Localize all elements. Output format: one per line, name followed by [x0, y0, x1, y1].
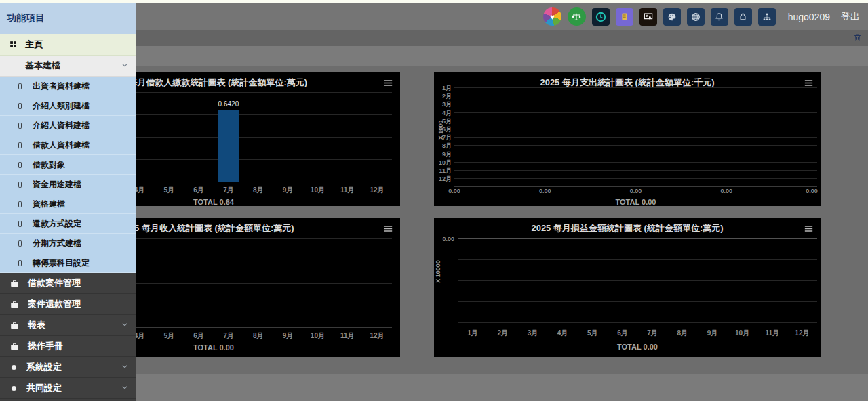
trash-icon[interactable] [852, 33, 863, 43]
sidebar-sub-item[interactable]: 介紹人類別建檔 [0, 96, 136, 116]
clock-icon[interactable] [592, 8, 610, 26]
sidebar-group-basic-setup[interactable]: 基本建檔 [0, 56, 136, 77]
axis-month-label: 7月 [214, 186, 243, 195]
axis-scale-label: X 10000 [435, 245, 441, 299]
axis-month-label: 8月 [243, 331, 273, 341]
axis-month-label: 11月 [757, 329, 787, 338]
sidebar-sub-item-label: 介紹人類別建檔 [33, 100, 90, 112]
logout-button[interactable]: 登出 [841, 11, 860, 23]
document-outline-icon [16, 161, 24, 169]
axis-month-label: 12月 [434, 175, 452, 184]
sidebar-title: 功能項目 [0, 3, 136, 34]
axis-month-label: 2月 [488, 329, 517, 338]
axis-month-label: 10月 [303, 331, 333, 341]
gridline [454, 121, 817, 121]
sidebar-item[interactable]: 報表 [0, 315, 136, 336]
axis-month-label: 1月 [434, 84, 452, 93]
sidebar-sub-item-label: 資金用途建檔 [33, 179, 81, 190]
gridline [454, 96, 817, 96]
sitemap-icon[interactable] [758, 8, 776, 26]
gridline [454, 129, 817, 129]
document-outline-icon [16, 220, 24, 228]
scales-balance-icon[interactable] [568, 7, 586, 26]
axis-scale-label: X 1000 [437, 103, 444, 157]
axis-month-label: 1月 [458, 329, 488, 338]
circle-icon [9, 363, 18, 372]
axis-tick-label: 0.00 [437, 236, 454, 242]
axis-month-label: 10月 [434, 159, 452, 167]
grid-icon [9, 40, 18, 49]
chevron-down-icon [120, 320, 130, 331]
sidebar-menu: 功能項目 主頁 基本建檔 出資者資料建檔介紹人類別建檔介紹人資料建檔借款人資料建… [0, 3, 136, 401]
sidebar-home-label: 主頁 [25, 39, 43, 51]
chevron-down-icon [120, 60, 130, 72]
sidebar-sub-items: 出資者資料建檔介紹人類別建檔介紹人資料建檔借款人資料建檔借款對象資金用途建檔資格… [0, 77, 136, 273]
sidebar-sub-item[interactable]: 分期方式建檔 [0, 234, 136, 253]
axis-month-label: 8月 [667, 329, 697, 338]
axis-month-label: 9月 [273, 186, 303, 195]
gridline [454, 154, 817, 154]
axis-month-label: 2月 [434, 92, 452, 101]
gridline [454, 170, 817, 171]
axis-month-label: 3月 [517, 329, 547, 338]
axis-month-label: 6月 [184, 186, 214, 195]
chart-menu-icon[interactable] [382, 223, 394, 234]
gridline [458, 259, 817, 260]
gridline [454, 137, 817, 138]
axis-month-label: 4月 [548, 329, 578, 338]
presentation-board-icon[interactable] [639, 8, 657, 26]
username-menu[interactable]: hugo0209 [788, 12, 830, 22]
sidebar-sub-item[interactable]: 資金用途建檔 [0, 175, 136, 194]
zero-line [458, 238, 817, 239]
briefcase-icon [9, 299, 20, 310]
globe-icon[interactable] [687, 8, 705, 26]
gridline [454, 104, 817, 104]
sidebar-sub-item[interactable]: 介紹人資料建檔 [0, 116, 136, 135]
briefcase-icon [9, 341, 20, 352]
gridline [454, 145, 817, 146]
chart-total-label: TOTAL 0.00 [458, 343, 817, 351]
sidebar-item[interactable]: 系統設定 [0, 357, 136, 378]
sidebar-sub-item[interactable]: 還款方式設定 [0, 214, 136, 234]
sidebar-item[interactable]: 共同設定 [0, 378, 136, 399]
axis-month-label: 9月 [273, 331, 303, 341]
bar-value-label: 0.6420 [208, 100, 249, 108]
axis-month-label: 11月 [332, 331, 362, 341]
document-outline-icon [16, 240, 24, 247]
sidebar-item-label: 操作手冊 [28, 340, 63, 352]
palette-icon[interactable] [663, 8, 681, 26]
axis-month-label: 10月 [303, 186, 333, 195]
sidebar-item[interactable]: 案件還款管理 [0, 294, 136, 315]
gridline [454, 87, 817, 88]
sidebar-sub-item-label: 借款人資料建檔 [33, 140, 90, 151]
axis-tick-label: 0.00 [798, 188, 821, 194]
chart-menu-icon[interactable] [803, 223, 814, 234]
sidebar-sub-item[interactable]: 出資者資料建檔 [0, 77, 136, 96]
sidebar-item[interactable]: 操作手冊 [0, 336, 136, 357]
sidebar-item-home[interactable]: 主頁 [0, 34, 136, 56]
axis-month-label: 5月 [154, 186, 184, 195]
chart-menu-icon[interactable] [382, 77, 394, 89]
circle-icon [9, 384, 18, 393]
sidebar-sub-item-label: 轉傳票科目設定 [33, 257, 90, 269]
sidebar-sub-item[interactable]: 資格建檔 [0, 194, 136, 214]
app-logo-colorful-icon[interactable]: ♥ [543, 7, 561, 26]
scroll-document-icon[interactable] [616, 8, 633, 26]
sidebar-item[interactable]: 借款案件管理 [0, 273, 136, 294]
sidebar-sub-item-label: 分期方式建檔 [33, 238, 81, 249]
lock-icon[interactable] [734, 8, 752, 26]
gridline [458, 301, 817, 302]
sidebar-sub-item[interactable]: 借款對象 [0, 155, 136, 175]
sidebar-sub-item[interactable]: 借款人資料建檔 [0, 135, 136, 155]
bar-7月[interactable] [218, 110, 239, 182]
axis-month-label: 7月 [637, 329, 667, 338]
axis-month-label: 5月 [154, 331, 184, 341]
axis-month-label: 8月 [243, 186, 273, 195]
gridline [458, 280, 817, 281]
sidebar-sub-item[interactable]: 轉傳票科目設定 [0, 253, 136, 273]
axis-tick-label: 0.00 [623, 188, 650, 194]
sidebar-group-label: 基本建檔 [25, 60, 60, 72]
bell-icon[interactable] [711, 8, 728, 26]
sidebar-item-label: 系統設定 [26, 361, 62, 373]
axis-month-label: 9月 [697, 329, 727, 338]
